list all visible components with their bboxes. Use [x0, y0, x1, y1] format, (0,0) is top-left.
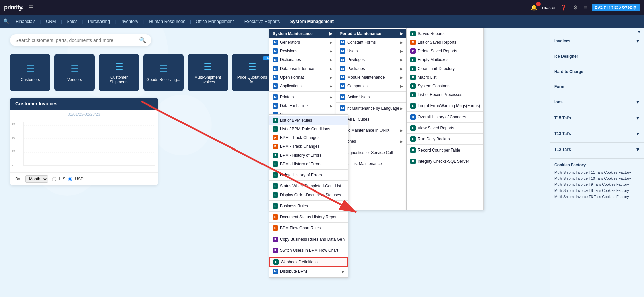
module-vendors[interactable]: ☰ Vendors — [54, 54, 95, 91]
menu-generators[interactable]: M Generators ▶ — [269, 38, 336, 47]
bpm-switch-users[interactable]: P Switch Users in BPM Flow Chart — [269, 246, 348, 255]
module-customer-shipments[interactable]: ☰ Customer Shipments — [99, 54, 139, 91]
bpm-doc-status-history-icon: R — [273, 214, 278, 220]
bpm-track-changes-1[interactable]: R BPM - Track Changes — [269, 133, 348, 142]
bpm-doc-status-history[interactable]: R Document Status History Report — [269, 213, 348, 221]
menu-record-count[interactable]: F Record Count per Table — [407, 146, 483, 155]
t15-collapse[interactable]: ▼ — [635, 115, 640, 121]
menu-view-saved-reports[interactable]: F View Saved Reports — [407, 124, 483, 132]
module-goods-receiving[interactable]: ☰ Goods Receiving... — [143, 54, 184, 91]
menu-printers[interactable]: M Printers ▶ — [269, 93, 336, 101]
menu-revisions[interactable]: M Revisions ▶ — [269, 47, 336, 55]
menu-run-daily-backup[interactable]: F Run Daily Backup — [407, 135, 483, 143]
by-select[interactable]: Month — [25, 175, 48, 183]
customer-shipments-icon: ☰ — [115, 61, 123, 72]
t12-collapse[interactable]: ▼ — [635, 147, 640, 152]
bpm-history-errors-2[interactable]: F BPM - History of Errors — [269, 160, 348, 168]
module-customers[interactable]: ☰ Customers — [10, 54, 50, 91]
menu-data-exchange[interactable]: M Data Exchange ▶ — [269, 101, 336, 110]
menu-companies[interactable]: M Companies ▶ — [336, 82, 406, 90]
bpm-rule-conditions[interactable]: F List of BPM Rule Conditions — [269, 125, 348, 133]
revisions-arrow: ▶ — [330, 49, 332, 53]
ions-collapse[interactable]: ▼ — [635, 99, 640, 105]
menu-log-error-warning[interactable]: F Log of Error/Warning Msgs(Forms) — [407, 101, 483, 110]
ils-radio[interactable] — [52, 177, 56, 181]
nav-purchasing[interactable]: Purchasing — [85, 17, 113, 25]
module-multi-shipment[interactable]: ☰ Multi-Shipment Invoices — [188, 54, 228, 91]
settings-icon[interactable]: ⚙ — [572, 3, 579, 12]
menu-clear-mail-directory[interactable]: F Clear 'mail' Directory — [407, 64, 483, 73]
bpm-history-errors-1[interactable]: F BPM - History of Errors — [269, 151, 348, 160]
right-section-form: Form — [550, 82, 644, 94]
menu-delete-saved-reports[interactable]: P Delete Saved Reports — [407, 47, 483, 55]
menu-overall-history[interactable]: D Overall History of Changes — [407, 113, 483, 121]
menu-empty-mailboxes[interactable]: F Empty Mailboxes — [407, 55, 483, 64]
bpm-list-rules[interactable]: F List of BPM Rules — [269, 116, 348, 125]
bpm-track-changes-2[interactable]: R BPM - Track Changes — [269, 142, 348, 151]
menu-col-3: F Saved Reports R List of Saved Reports … — [407, 28, 484, 210]
menu-module-maintenance[interactable]: M Module Maintenance ▶ — [336, 73, 406, 82]
bpm-flow-chart-rules[interactable]: R BPM Flow Chart Rules — [269, 224, 348, 232]
menu-active-users[interactable]: M Active Users — [336, 93, 406, 101]
nav-sales[interactable]: Sales — [63, 17, 81, 25]
nav-inventory[interactable]: Inventory — [117, 17, 142, 25]
module-price-quotations[interactable]: 14 ☰ Price Quotations fo. — [232, 54, 272, 91]
menu-users[interactable]: M Users ▶ — [336, 47, 406, 55]
list-item-t8[interactable]: Multi-Shipmt Invoice T8 Tal's Cookies Fa… — [554, 187, 640, 194]
help-icon[interactable]: ❓ — [559, 3, 568, 12]
list-item-t6[interactable]: Multi-Shipmt Invoice T6 Tal's Cookies Fa… — [554, 194, 640, 200]
top-bar: priority. ☰ 🔔 0 master ❓ ⚙ ≡ קומפלט טכנו… — [0, 0, 644, 15]
bpm-delete-history[interactable]: F Delete History of Errors — [269, 171, 348, 179]
chart-body: 0 25 50 75 — [10, 119, 158, 172]
bpm-status-completed-label: Status When Completed-Gen. List — [280, 184, 341, 188]
saved-reports-label: Saved Reports — [418, 31, 444, 36]
list-item-t10[interactable]: Multi-Shipmt Invoice T10 Tal's Cookies F… — [554, 175, 640, 181]
bpm-delete-history-icon: F — [273, 172, 278, 178]
menu-macro-list[interactable]: F Macro List — [407, 73, 483, 82]
menu-database-interface[interactable]: M Database Interface ▶ — [269, 64, 336, 73]
right-panel-collapse[interactable]: ▼ — [637, 29, 641, 34]
list-item-t11[interactable]: Multi-Shipmt Invoice T11 Tal's Cookies F… — [554, 169, 640, 175]
notification-bell[interactable]: 🔔 0 — [529, 3, 539, 12]
more-icon[interactable]: ≡ — [582, 3, 588, 12]
list-recent-icon: F — [410, 92, 416, 97]
menu-packages[interactable]: M Packages ▶ — [336, 64, 406, 73]
bpm-webhook-definitions[interactable]: F Webhook Definitions — [269, 257, 348, 267]
menu-nt-maintenance[interactable]: M nt Maintenance by Language ▶ — [336, 104, 406, 113]
search-input[interactable] — [15, 38, 139, 43]
nav-system-mgmt[interactable]: System Management — [287, 17, 337, 25]
bpm-copy-business-rules[interactable]: P Copy Business Rules and Data Gen — [269, 235, 348, 244]
menu-open-format[interactable]: M Open Format ▶ — [269, 73, 336, 82]
usd-radio[interactable] — [68, 177, 72, 181]
nav-hr[interactable]: Human Resources — [146, 17, 189, 25]
menu-system-constants[interactable]: F System Constants — [407, 82, 483, 90]
menu-dictionaries[interactable]: M Dictionaries ▶ — [269, 55, 336, 64]
bpm-status-completed[interactable]: F Status When Completed-Gen. List — [269, 182, 348, 190]
menu-integrity-checks[interactable]: F Integrity Checks-SQL Server — [407, 157, 483, 166]
t13-collapse[interactable]: ▼ — [635, 131, 640, 136]
search-button[interactable]: 🔍 — [139, 37, 146, 43]
user-menu[interactable]: master — [542, 5, 556, 10]
list-item-t9[interactable]: Multi-Shipmt Invoice T9 Tal's Cookies Fa… — [554, 181, 640, 187]
menu-applications[interactable]: M Applications ▶ — [269, 82, 336, 90]
packages-icon: M — [340, 66, 345, 71]
vendors-icon: ☰ — [71, 63, 79, 75]
nav-crm[interactable]: CRM — [43, 17, 59, 25]
bpm-display-order[interactable]: F Display Order-Document Statuses — [269, 190, 348, 199]
menu-saved-reports[interactable]: F Saved Reports — [407, 29, 483, 38]
privileges-icon: M — [340, 57, 345, 62]
nav-financials[interactable]: Financials — [12, 17, 39, 25]
nav-exec-reports[interactable]: Executive Reports — [241, 17, 283, 25]
heb-company-button[interactable]: קומפלט טכנולוגיות בעמ — [592, 4, 640, 11]
nav-office[interactable]: Office Management — [192, 17, 237, 25]
bpm-business-rules[interactable]: F Business Rules — [269, 202, 348, 210]
menu-privileges[interactable]: M Privileges ▶ — [336, 55, 406, 64]
menu-icon[interactable]: ☰ — [27, 3, 35, 12]
menu-list-recent-processes[interactable]: F List of Recent Processes — [407, 90, 483, 99]
bpm-distribute-bpm[interactable]: M Distribute BPM ▶ — [269, 267, 348, 276]
invoices-collapse[interactable]: ▼ — [635, 38, 640, 44]
view-saved-reports-label: View Saved Reports — [418, 126, 454, 130]
menu-constant-forms[interactable]: M Constant Forms ▶ — [336, 38, 406, 47]
nav-search-icon[interactable]: 🔍 — [3, 18, 9, 24]
menu-list-saved-reports[interactable]: R List of Saved Reports — [407, 38, 483, 47]
